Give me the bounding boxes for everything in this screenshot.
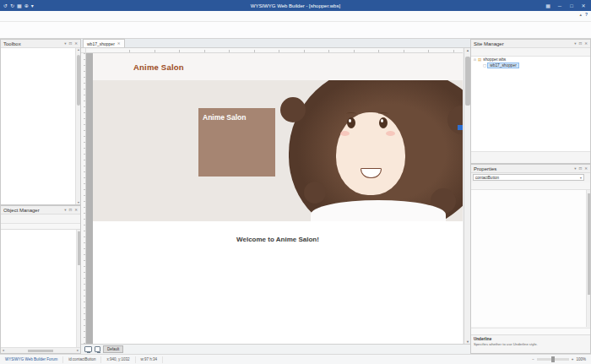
site-root-row[interactable]: ⊟ ▤ shopper.wbs xyxy=(471,57,590,62)
ribbon xyxy=(0,22,591,39)
toolbox-scrollbar[interactable]: ▲ ▼ xyxy=(75,48,80,204)
site-manager-panel: Site Manager ▾⊡✕ ⊟ ▤ shopper.wbs ▢ wb17_… xyxy=(470,39,591,164)
close-icon[interactable]: ✕ xyxy=(74,208,78,212)
hero-title: Anime Salon xyxy=(203,113,271,122)
page-header-band[interactable]: Anime Salon xyxy=(93,53,463,80)
expand-icon[interactable]: ⊟ xyxy=(474,58,476,62)
page-design-surface[interactable]: Anime Salon Anime Salon Welcome xyxy=(93,53,463,344)
pin-icon[interactable]: ⊡ xyxy=(68,208,72,212)
zoom-in-icon[interactable]: + xyxy=(572,357,574,361)
close-icon[interactable]: ✕ xyxy=(584,41,588,46)
help-property-name: Underline xyxy=(474,337,588,341)
status-position: x:940, y:1032 xyxy=(101,356,135,363)
toolbox-panel: Toolbox ▾⊡✕ ▲ ▼ xyxy=(0,39,81,205)
hero-face-detail xyxy=(379,117,388,128)
site-tree: ⊟ ▤ shopper.wbs ▢ wb17_shopper xyxy=(471,57,590,151)
folder-icon: ▤ xyxy=(478,57,481,62)
welcome-section[interactable]: Welcome to Anime Salon! xyxy=(93,221,463,344)
minimize-icon[interactable]: ─ xyxy=(554,3,566,8)
scroll-thumb[interactable] xyxy=(28,350,53,352)
document-tab-bar: wb17_shopper ✕ xyxy=(81,39,470,48)
title-bar: ↺↻▦⊕▾ WYSIWYG Web Builder - [shopper.wbs… xyxy=(0,0,591,11)
help-property-description: Specifies whether to use Underline style… xyxy=(474,342,588,346)
close-icon[interactable]: ✕ xyxy=(584,166,588,171)
design-canvas[interactable]: Anime Salon Anime Salon Welcome xyxy=(86,53,463,344)
object-tree xyxy=(1,230,76,347)
ribbon-extras: ▴ ? xyxy=(579,12,588,17)
toolbox-list xyxy=(1,48,75,204)
carousel-handle[interactable] xyxy=(458,125,463,130)
scroll-left-icon[interactable]: ◄ xyxy=(2,349,4,352)
collapse-ribbon-icon[interactable]: ▴ xyxy=(579,12,582,17)
status-size: w:97 h:34 xyxy=(136,356,164,363)
hero-face-detail xyxy=(378,112,388,116)
properties-panel: Properties ▾⊡✕ contactButton ▾ Underline… xyxy=(470,164,591,354)
site-manager-header: Site Manager ▾⊡✕ xyxy=(471,40,590,48)
forum-link[interactable]: WYSIWYG Web Builder Forum xyxy=(0,356,63,363)
window-title: WYSIWYG Web Builder - [shopper.wbs] xyxy=(0,3,591,8)
close-tab-icon[interactable]: ✕ xyxy=(117,41,121,46)
object-manager-header: Object Manager ▾⊡✕ xyxy=(1,206,80,215)
hero-image-detail xyxy=(280,97,306,122)
hero-text-overlay[interactable]: Anime Salon xyxy=(198,108,275,177)
zoom-slider[interactable] xyxy=(537,358,569,361)
scroll-right-icon[interactable]: ► xyxy=(77,349,79,352)
close-icon[interactable]: ✕ xyxy=(577,3,589,8)
window-controls: ▦─□✕ xyxy=(542,0,589,11)
object-tree-hscrollbar[interactable]: ◄► xyxy=(1,347,80,353)
selected-object-label: contactButton xyxy=(475,176,499,180)
properties-scrollbar[interactable] xyxy=(586,190,590,327)
object-manager-columns xyxy=(1,224,80,230)
breakpoint-bar: Default xyxy=(81,344,470,354)
pin-icon[interactable]: ⊡ xyxy=(578,41,582,46)
desktop-breakpoint-icon[interactable] xyxy=(84,346,92,352)
hero-face-detail xyxy=(386,131,395,136)
hero-face-detail xyxy=(347,117,355,128)
properties-grid xyxy=(471,190,586,327)
panel-menu-icon[interactable]: ▾ xyxy=(64,41,66,46)
scroll-thumb[interactable] xyxy=(77,55,80,106)
chevron-down-icon: ▾ xyxy=(580,176,582,180)
properties-quick-links xyxy=(471,328,590,334)
object-tree-scrollbar[interactable] xyxy=(76,230,80,347)
add-breakpoint-icon[interactable] xyxy=(95,346,100,352)
panel-menu-icon[interactable]: ▾ xyxy=(64,208,66,212)
zoom-out-icon[interactable]: − xyxy=(532,357,534,361)
toolbox-title: Toolbox xyxy=(3,41,21,46)
panel-menu-icon[interactable]: ▾ xyxy=(574,166,576,171)
site-page-label: wb17_shopper xyxy=(488,63,518,68)
object-selector-dropdown[interactable]: contactButton ▾ xyxy=(473,174,584,181)
object-manager-title: Object Manager xyxy=(3,208,40,213)
pin-icon[interactable]: ⊡ xyxy=(578,166,582,171)
hero-image-detail xyxy=(304,182,326,204)
zoom-slider-thumb[interactable] xyxy=(551,356,555,362)
status-bar: WYSIWYG Web Builder Forum id:contactButt… xyxy=(0,354,591,364)
site-manager-footer xyxy=(471,151,590,163)
document-tab[interactable]: wb17_shopper ✕ xyxy=(83,39,125,47)
site-manager-toolbar xyxy=(471,48,590,57)
site-page-row[interactable]: ▢ wb17_shopper xyxy=(471,62,590,68)
hero-section[interactable]: Anime Salon xyxy=(93,80,463,221)
zoom-level: 100% xyxy=(576,357,586,361)
hero-face-detail xyxy=(346,112,356,116)
zoom-control: − + 100% xyxy=(532,357,591,361)
object-manager-panel: Object Manager ▾⊡✕ ◄► xyxy=(0,205,81,354)
help-icon[interactable]: ? xyxy=(585,12,588,17)
restore-icon[interactable]: □ xyxy=(566,3,577,8)
properties-header: Properties ▾⊡✕ xyxy=(471,165,590,173)
breakpoint-default-button[interactable]: Default xyxy=(103,345,123,353)
property-help-box: Underline Specifies whether to use Under… xyxy=(471,334,590,353)
site-manager-title: Site Manager xyxy=(474,41,504,46)
site-root-label: shopper.wbs xyxy=(483,57,506,62)
hero-face-detail xyxy=(340,131,350,136)
status-object-id: id:contactButton xyxy=(63,356,101,363)
panel-menu-icon[interactable]: ▾ xyxy=(574,41,576,46)
welcome-heading[interactable]: Welcome to Anime Salon! xyxy=(93,236,463,243)
pin-icon[interactable]: ⊡ xyxy=(68,41,72,46)
layout-icon[interactable]: ▦ xyxy=(542,3,554,8)
close-icon[interactable]: ✕ xyxy=(74,41,78,46)
canvas-vertical-scrollbar[interactable]: ▲ ▼ xyxy=(464,48,470,344)
document-tab-label: wb17_shopper xyxy=(87,41,115,46)
site-logo[interactable]: Anime Salon xyxy=(133,62,184,72)
properties-title: Properties xyxy=(474,166,496,171)
